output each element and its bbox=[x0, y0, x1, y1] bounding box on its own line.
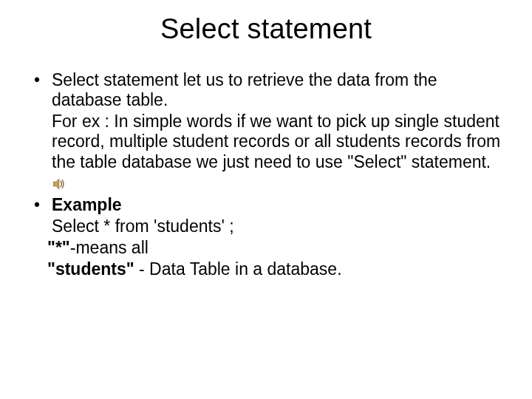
bullet2-explain1-rest: -means all bbox=[70, 238, 149, 257]
slide: Select statement Select statement let us… bbox=[0, 13, 532, 399]
bullet1-continuation: For ex : In simple words if we want to p… bbox=[30, 112, 502, 194]
bullet2-code: Select * from 'students' ; bbox=[30, 216, 502, 236]
sound-icon bbox=[53, 174, 65, 194]
bullet-item-1: Select statement let us to retrieve the … bbox=[30, 70, 502, 110]
bullet2-explain2: "students" - Data Table in a database. bbox=[30, 259, 502, 279]
bullet1-line1: Select statement let us to retrieve the … bbox=[52, 70, 437, 109]
bullet2-heading: Example bbox=[52, 195, 122, 214]
slide-title: Select statement bbox=[0, 13, 532, 45]
bullet2-explain1: "*"-means all bbox=[30, 238, 502, 258]
bullet-list: Select statement let us to retrieve the … bbox=[30, 70, 502, 279]
bullet-item-2: Example bbox=[30, 195, 502, 215]
bullet2-explain2-rest: - Data Table in a database. bbox=[134, 259, 342, 279]
bullet2-explain2-prefix: "students" bbox=[47, 259, 134, 279]
slide-body: Select statement let us to retrieve the … bbox=[0, 70, 532, 279]
bullet2-explain1-prefix: "*" bbox=[47, 238, 70, 257]
bullet1-line2: For ex : In simple words if we want to p… bbox=[52, 112, 500, 171]
svg-marker-0 bbox=[53, 179, 59, 189]
